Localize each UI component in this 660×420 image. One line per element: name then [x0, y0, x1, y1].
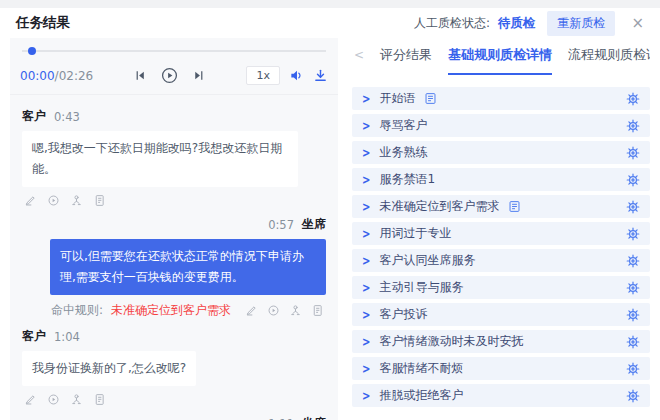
- slider-handle[interactable]: [28, 47, 36, 55]
- gear-icon[interactable]: [626, 254, 640, 268]
- window-top-strip: [0, 0, 660, 8]
- rule-name: 服务禁语1: [379, 171, 435, 188]
- message-time: 0:57: [268, 218, 294, 232]
- gear-icon[interactable]: [626, 335, 640, 349]
- chevron-right-icon[interactable]: >: [362, 119, 370, 132]
- share-icon[interactable]: [70, 194, 83, 207]
- chevron-right-icon[interactable]: >: [362, 335, 370, 348]
- speaker-label: 坐席: [302, 216, 326, 233]
- play-icon[interactable]: [47, 194, 60, 207]
- rule-name: 客户投诉: [379, 306, 427, 323]
- qc-detail-panel: < 评分结果 基础规则质检详情 流程规则质检详情 大模型拆 > >开始语 >辱骂…: [352, 44, 650, 420]
- rule-name: 客户认同坐席服务: [379, 252, 475, 269]
- gear-icon[interactable]: [626, 173, 640, 187]
- chevron-right-icon[interactable]: >: [362, 200, 370, 213]
- gear-icon[interactable]: [626, 146, 640, 160]
- tab-basic-rule-detail[interactable]: 基础规则质检详情: [448, 46, 552, 75]
- doc-icon[interactable]: [424, 92, 437, 105]
- rule-row[interactable]: >服务禁语1: [352, 168, 650, 191]
- rule-name: 主动引导与服务: [379, 279, 463, 296]
- recheck-button[interactable]: 重新质检: [547, 11, 615, 36]
- edit-icon[interactable]: [24, 194, 37, 207]
- header-status-group: 人工质检状态: 待质检 重新质检 ×: [414, 11, 644, 36]
- file-icon[interactable]: [93, 393, 106, 406]
- playback-speed-button[interactable]: 1x: [246, 66, 280, 85]
- page-title: 任务结果: [16, 14, 70, 32]
- skip-back-icon[interactable]: [133, 68, 148, 83]
- file-icon[interactable]: [93, 194, 106, 207]
- total-time: /02:26: [55, 69, 94, 83]
- hit-rule-link[interactable]: 未准确定位到客户需求: [111, 302, 231, 319]
- chevron-right-icon[interactable]: >: [362, 146, 370, 159]
- message-time: 1:04: [54, 330, 80, 344]
- message-time: 0:43: [54, 110, 80, 124]
- audio-player: 00:00/02:26 1x: [10, 38, 338, 95]
- message-meta: 客户 1:04: [22, 328, 326, 345]
- gear-icon[interactable]: [626, 119, 640, 133]
- chevron-right-icon[interactable]: >: [362, 254, 370, 267]
- volume-icon[interactable]: [289, 68, 304, 83]
- edit-icon[interactable]: [245, 304, 258, 317]
- file-icon[interactable]: [311, 304, 324, 317]
- gear-icon[interactable]: [626, 227, 640, 241]
- message-time: 1:11: [268, 417, 294, 420]
- gear-icon[interactable]: [626, 389, 640, 403]
- gear-icon[interactable]: [626, 200, 640, 214]
- download-icon[interactable]: [313, 68, 328, 83]
- play-icon[interactable]: [267, 304, 280, 317]
- chevron-right-icon[interactable]: >: [362, 308, 370, 321]
- share-icon[interactable]: [70, 393, 83, 406]
- rule-row[interactable]: >辱骂客户: [352, 114, 650, 137]
- play-icon[interactable]: [47, 393, 60, 406]
- message-meta: 1:11 坐席: [22, 415, 326, 420]
- chevron-right-icon[interactable]: >: [362, 281, 370, 294]
- chevron-right-icon[interactable]: >: [362, 227, 370, 240]
- skip-forward-icon[interactable]: [191, 68, 206, 83]
- tabs-prev-icon[interactable]: <: [354, 46, 364, 62]
- playback-slider[interactable]: [22, 50, 326, 52]
- rule-row[interactable]: >客户认同坐席服务: [352, 249, 650, 272]
- rule-row[interactable]: >开始语: [352, 87, 650, 110]
- rule-row[interactable]: >业务熟练: [352, 141, 650, 164]
- message-meta: 客户 0:43: [22, 108, 326, 125]
- edit-icon[interactable]: [24, 393, 37, 406]
- gear-icon[interactable]: [626, 308, 640, 322]
- rule-row[interactable]: >客户情绪激动时未及时安抚: [352, 330, 650, 353]
- chevron-right-icon[interactable]: >: [362, 92, 370, 105]
- rule-name: 未准确定位到客户需求: [379, 198, 499, 215]
- tab-score-result[interactable]: 评分结果: [380, 46, 432, 73]
- gear-icon[interactable]: [626, 362, 640, 376]
- message-actions: [24, 393, 324, 406]
- rule-list: >开始语 >辱骂客户 >业务熟练 >服务禁语1 >未准确定位到客户需求 >用词过: [352, 87, 650, 407]
- rule-row[interactable]: >客户投诉: [352, 303, 650, 326]
- gear-icon[interactable]: [626, 281, 640, 295]
- play-circle-icon[interactable]: [161, 67, 178, 84]
- message-meta: 0:57 坐席: [22, 216, 326, 233]
- chevron-right-icon[interactable]: >: [362, 362, 370, 375]
- close-icon[interactable]: ×: [631, 16, 644, 31]
- customer-message-bubble: 我身份证换新的了,怎么改呢?: [22, 351, 196, 386]
- qc-tabs: < 评分结果 基础规则质检详情 流程规则质检详情 大模型拆 >: [352, 44, 650, 75]
- task-result-window: 任务结果 人工质检状态: 待质检 重新质检 × 00:00/02:26 1x: [0, 0, 660, 420]
- gear-icon[interactable]: [626, 92, 640, 106]
- speaker-label: 客户: [22, 108, 46, 125]
- hit-rule-row: 命中规则: 未准确定位到客户需求: [24, 302, 324, 319]
- window-header: 任务结果 人工质检状态: 待质检 重新质检 ×: [0, 8, 660, 38]
- rule-row[interactable]: >主动引导与服务: [352, 276, 650, 299]
- playback-time: 00:00/02:26: [20, 69, 93, 83]
- speaker-label: 坐席: [302, 415, 326, 420]
- message-actions: [24, 194, 324, 207]
- tab-process-rule-detail[interactable]: 流程规则质检详情: [568, 46, 650, 73]
- rule-row[interactable]: >未准确定位到客户需求: [352, 195, 650, 218]
- rule-name: 推脱或拒绝客户: [379, 387, 463, 404]
- doc-icon[interactable]: [508, 200, 521, 213]
- message-actions: [245, 304, 324, 317]
- share-icon[interactable]: [289, 304, 302, 317]
- transcript-panel: 00:00/02:26 1x 客户 0:43 嗯,我想改一下还款日期能改吗: [10, 38, 338, 420]
- chevron-right-icon[interactable]: >: [362, 173, 370, 186]
- agent-message-bubble: 可以,但需要您在还款状态正常的情况下申请办理,需要支付一百块钱的变更费用。: [50, 239, 326, 295]
- chevron-right-icon[interactable]: >: [362, 389, 370, 402]
- rule-row[interactable]: >推脱或拒绝客户: [352, 384, 650, 407]
- rule-row[interactable]: >用词过于专业: [352, 222, 650, 245]
- rule-row[interactable]: >客服情绪不耐烦: [352, 357, 650, 380]
